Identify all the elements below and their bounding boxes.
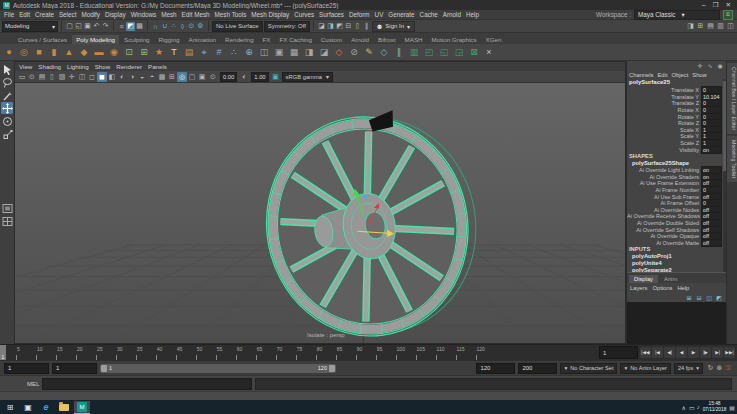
close-button[interactable]: ✕ <box>726 1 731 9</box>
mirror-icon[interactable]: ◫ <box>257 46 271 59</box>
scale-tool[interactable] <box>1 128 13 140</box>
shelf-tab[interactable]: Rigging <box>155 35 184 44</box>
start-button[interactable]: ⊞ <box>2 401 18 413</box>
append-poly-icon[interactable]: ◰ <box>422 46 436 59</box>
wireframe-icon[interactable]: ◻ <box>87 72 97 82</box>
bevel-icon[interactable]: ◇ <box>332 46 346 59</box>
joints-xray-icon[interactable]: ▣ <box>197 72 207 82</box>
auto-keyframe-icon[interactable]: ⚿ <box>724 364 733 373</box>
poly-sphere-icon[interactable]: ● <box>2 46 16 59</box>
menu-item[interactable]: Curves <box>294 11 314 18</box>
time-slider-track[interactable]: 1 51015202530354045505560657075808590951… <box>0 345 597 360</box>
edge-taskbar-icon[interactable]: e <box>38 401 54 413</box>
layer-menu-item[interactable]: Layers <box>630 285 647 291</box>
menu-item[interactable]: Arnold <box>443 11 461 18</box>
isolate-select-icon[interactable]: ◎ <box>177 72 187 82</box>
sign-in-button[interactable]: ⚉ Sign In ▾ <box>372 21 415 32</box>
divider[interactable] <box>61 21 62 31</box>
four-pane-layout-button[interactable] <box>1 215 13 227</box>
shelf-tab[interactable]: Poly Modeling <box>72 35 119 44</box>
step-forward-frame-button[interactable]: |▶ <box>700 347 711 358</box>
lock-camera-icon[interactable]: ⊙ <box>27 72 37 82</box>
menu-item[interactable]: Select <box>59 11 77 18</box>
duplicate-icon[interactable]: ▣ <box>272 46 286 59</box>
snap-projected-center-icon[interactable]: ◊ <box>178 22 187 31</box>
menu-item[interactable]: Edit <box>19 11 30 18</box>
input-node[interactable]: polyAutoProj1 <box>627 253 722 260</box>
hyperbolic-icon[interactable]: ◉ <box>716 62 724 70</box>
current-time-marker[interactable]: 1 <box>0 345 6 360</box>
workspace-lock-icon[interactable]: ⚿ <box>723 10 733 20</box>
channel-box-menu-item[interactable]: Channels <box>629 72 654 78</box>
panel-menu-item[interactable]: View <box>19 63 32 70</box>
oversca-icon[interactable]: ◫ <box>77 72 87 82</box>
layer-menu-item[interactable]: Help <box>677 285 689 291</box>
2d-pan-zoom-icon[interactable]: ✛ <box>67 72 77 82</box>
side-tab[interactable]: Modeling Toolkit <box>727 136 737 182</box>
shelf-tab[interactable]: FX Caching <box>276 35 316 44</box>
select-component-icon[interactable]: ▩ <box>135 22 144 31</box>
merge-vertex-icon[interactable]: ⊕ <box>242 46 256 59</box>
command-input[interactable] <box>42 378 252 390</box>
shelf-tab[interactable]: Curves / Surfaces <box>14 35 71 44</box>
poly-cube-icon[interactable]: ■ <box>32 46 46 59</box>
platonic-solid-icon[interactable]: ★ <box>152 46 166 59</box>
gamma-icon[interactable]: ◐ <box>239 72 249 82</box>
panel-menu-item[interactable]: Shading <box>38 63 61 70</box>
shelf-tab[interactable]: Custom <box>317 35 346 44</box>
panel-menu-item[interactable]: Renderer <box>116 63 142 70</box>
shaded-icon[interactable]: ◼ <box>97 72 107 82</box>
quad-draw-icon[interactable]: ⊞ <box>137 46 151 59</box>
move-layer-down-icon[interactable]: ◩ <box>715 293 723 301</box>
multi-cut-icon[interactable]: # <box>212 46 226 59</box>
menu-item[interactable]: Mesh Tools <box>215 11 247 18</box>
select-tool[interactable] <box>1 63 13 75</box>
taskbar-clock[interactable]: 15:48 07/11/2018 <box>703 401 727 413</box>
delete-edge-icon[interactable]: × <box>482 46 496 59</box>
shelf-tab[interactable]: Sculpting <box>120 35 153 44</box>
redo-icon[interactable]: ↷ <box>101 22 110 31</box>
go-to-start-button[interactable]: |◀◀ <box>640 347 651 358</box>
divider[interactable] <box>313 21 314 31</box>
snap-grid-icon[interactable]: ∩ <box>151 22 160 31</box>
shelf-tab[interactable]: Bifrost <box>374 35 400 44</box>
textured-icon[interactable]: ◧ <box>107 72 117 82</box>
collapse-icon[interactable]: ⊠ <box>467 46 481 59</box>
camera-attrs-icon[interactable]: ▤ <box>37 72 47 82</box>
playback-options-icon[interactable]: ↻ <box>706 364 715 373</box>
channel-box-menu-item[interactable]: Show <box>692 72 707 78</box>
rotate-tool[interactable] <box>1 115 13 127</box>
symmetry-selector[interactable]: Symmetry: Off <box>264 21 310 32</box>
menu-item[interactable]: Windows <box>131 11 157 18</box>
poly-cone-icon[interactable]: ▲ <box>62 46 76 59</box>
task-view-button[interactable]: ▣ <box>20 401 36 413</box>
shelf-tab[interactable]: Arnold <box>347 35 373 44</box>
channel-box-menu-item[interactable]: Object <box>672 72 689 78</box>
go-to-end-button[interactable]: ▶▶| <box>724 347 735 358</box>
gamma-field[interactable]: 1.00 <box>251 72 268 82</box>
bookmark-icon[interactable]: ▯ <box>47 72 57 82</box>
poly-disc-icon[interactable]: ◉ <box>107 46 121 59</box>
make-live-icon[interactable]: ⊚ <box>196 22 205 31</box>
animation-start-field[interactable]: 1 <box>4 363 49 374</box>
poly-torus-icon[interactable]: ◆ <box>77 46 91 59</box>
playback-end-field[interactable]: 120 <box>476 363 515 374</box>
divider[interactable] <box>208 21 209 31</box>
split-icon[interactable]: ∥ <box>392 46 406 59</box>
pause-icon[interactable]: ∥ <box>362 22 371 31</box>
save-scene-icon[interactable]: ▣ <box>83 22 92 31</box>
poke-icon[interactable]: ◲ <box>452 46 466 59</box>
ipr-render-icon[interactable]: ◩ <box>335 22 344 31</box>
lasso-tool[interactable] <box>1 76 13 88</box>
side-tab[interactable]: Channel Box / Layer Editor <box>727 63 737 134</box>
step-forward-key-button[interactable]: ▶| <box>712 347 723 358</box>
network-icon[interactable]: ▭ <box>689 404 695 411</box>
attribute-editor-toggle-icon[interactable]: ▤ <box>706 22 715 31</box>
menu-item[interactable]: Generate <box>388 11 414 18</box>
layer-menu-item[interactable]: Options <box>652 285 672 291</box>
menu-item[interactable]: Display <box>105 11 126 18</box>
render-view-icon[interactable]: ◪ <box>317 22 326 31</box>
layer-editor-tab[interactable]: Anim <box>659 275 682 283</box>
shelf-tab[interactable]: Rendering <box>221 35 258 44</box>
shelf-tab[interactable]: Animation <box>185 35 221 44</box>
